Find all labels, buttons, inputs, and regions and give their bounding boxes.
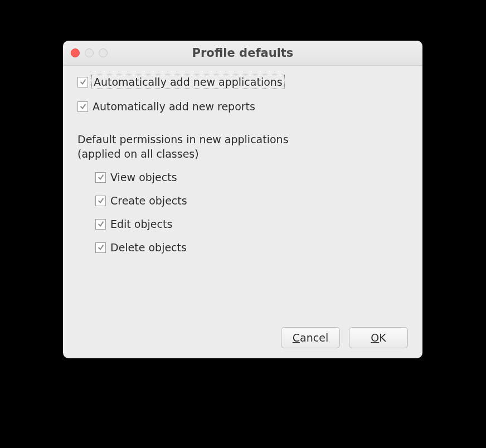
cancel-rest: ancel (300, 332, 328, 344)
dialog-buttons: Cancel OK (77, 316, 408, 348)
ok-accel: O (371, 332, 379, 344)
option-auto-add-applications-row: Automatically add new applications (77, 76, 408, 88)
auto-add-applications-checkbox[interactable] (77, 77, 88, 87)
permission-view-label: View objects (110, 171, 177, 183)
checkmark-icon (97, 220, 105, 228)
auto-add-reports-checkbox[interactable] (77, 101, 88, 112)
minimize-icon[interactable] (85, 48, 94, 57)
permission-delete-checkbox[interactable] (95, 242, 106, 253)
checkmark-icon (79, 78, 87, 86)
ok-rest: K (379, 332, 386, 344)
permissions-heading-line1: Default permissions in new applications (77, 133, 289, 145)
cancel-button[interactable]: Cancel (281, 327, 340, 348)
profile-defaults-window: Profile defaults Automatically add new a… (63, 41, 422, 358)
permission-edit-label: Edit objects (110, 218, 172, 230)
permission-view-row: View objects (95, 171, 408, 183)
permission-create-row: Create objects (95, 194, 408, 207)
permission-delete-row: Delete objects (95, 241, 408, 254)
auto-add-reports-label: Automatically add new reports (93, 100, 255, 113)
permissions-heading: Default permissions in new applications … (77, 133, 408, 161)
ok-button[interactable]: OK (349, 327, 408, 348)
checkmark-icon (79, 103, 87, 110)
option-auto-add-reports-row: Automatically add new reports (77, 100, 408, 113)
permissions-heading-line2: (applied on all classes) (77, 148, 199, 160)
auto-add-applications-label: Automatically add new applications (93, 76, 284, 88)
permission-view-checkbox[interactable] (95, 172, 106, 183)
checkmark-icon (97, 197, 105, 204)
checkmark-icon (97, 173, 105, 181)
window-controls (71, 48, 108, 57)
zoom-icon[interactable] (99, 48, 108, 57)
permission-delete-label: Delete objects (110, 241, 187, 254)
dialog-content: Automatically add new applications Autom… (63, 66, 422, 358)
titlebar: Profile defaults (63, 41, 422, 66)
permission-edit-checkbox[interactable] (95, 219, 106, 230)
permission-create-checkbox[interactable] (95, 196, 106, 206)
permission-edit-row: Edit objects (95, 218, 408, 230)
permission-create-label: Create objects (110, 194, 187, 207)
close-icon[interactable] (71, 48, 80, 57)
window-title: Profile defaults (63, 41, 422, 65)
checkmark-icon (97, 244, 105, 251)
cancel-accel: C (293, 332, 300, 344)
permissions-list: View objects Create objects Edit objects (77, 171, 408, 254)
